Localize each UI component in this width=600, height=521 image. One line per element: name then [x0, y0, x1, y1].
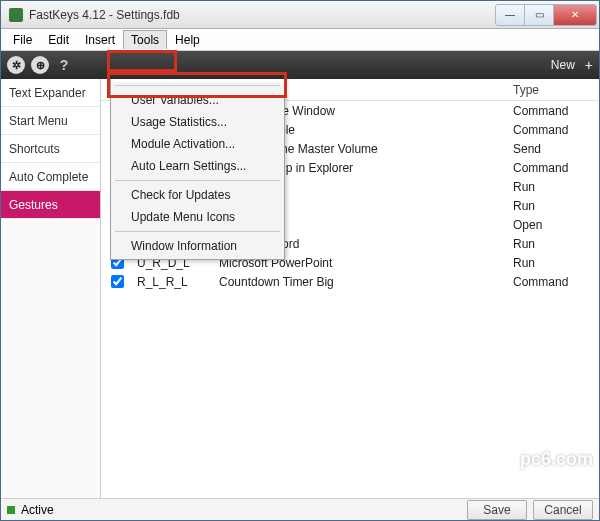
col-type[interactable]: Type [509, 83, 599, 97]
dropdown-check-updates[interactable]: Check for Updates [113, 184, 282, 206]
dropdown-window-info[interactable]: Window Information [113, 235, 282, 257]
sidebar-label: Auto Complete [9, 170, 88, 184]
tools-dropdown: Preferences... User Variables... Usage S… [110, 79, 285, 260]
dropdown-preferences[interactable]: Preferences... [113, 79, 282, 82]
dropdown-separator [115, 85, 280, 86]
app-window: FastKeys 4.12 - Settings.fdb — ▭ ✕ File … [0, 0, 600, 521]
window-buttons: — ▭ ✕ [496, 4, 597, 26]
dropdown-auto-learn[interactable]: Auto Learn Settings... [113, 155, 282, 177]
sidebar-label: Text Expander [9, 86, 86, 100]
row-type: Command [509, 161, 599, 175]
row-type: Run [509, 256, 599, 270]
app-icon [9, 8, 23, 22]
dropdown-usage-statistics[interactable]: Usage Statistics... [113, 111, 282, 133]
row-type: Command [509, 123, 599, 137]
sidebar: Text Expander Start Menu Shortcuts Auto … [1, 79, 101, 498]
menubar: File Edit Insert Tools Help [1, 29, 599, 51]
statusbar: Active Save Cancel [1, 498, 599, 520]
maximize-button[interactable]: ▭ [524, 4, 554, 26]
status-indicator-icon [7, 506, 15, 514]
dropdown-module-activation[interactable]: Module Activation... [113, 133, 282, 155]
toolbar: ✲ ⊕ ? New + [1, 51, 599, 79]
row-type: Send [509, 142, 599, 156]
cancel-button[interactable]: Cancel [533, 500, 593, 520]
menu-file[interactable]: File [5, 30, 40, 50]
help-icon[interactable]: ? [55, 56, 73, 74]
sidebar-item-gestures[interactable]: Gestures [1, 191, 100, 219]
row-name: R_L_R_L [133, 275, 215, 289]
sidebar-item-text-expander[interactable]: Text Expander [1, 79, 100, 107]
sidebar-item-shortcuts[interactable]: Shortcuts [1, 135, 100, 163]
close-button[interactable]: ✕ [553, 4, 597, 26]
plus-icon[interactable]: + [585, 57, 593, 73]
menu-edit[interactable]: Edit [40, 30, 77, 50]
dropdown-user-variables[interactable]: User Variables... [113, 89, 282, 111]
save-button[interactable]: Save [467, 500, 527, 520]
dropdown-update-icons[interactable]: Update Menu Icons [113, 206, 282, 228]
menu-insert[interactable]: Insert [77, 30, 123, 50]
status-text: Active [21, 503, 54, 517]
new-button[interactable]: New [547, 58, 579, 72]
globe-icon[interactable]: ⊕ [31, 56, 49, 74]
row-type: Command [509, 104, 599, 118]
sidebar-label: Gestures [9, 198, 58, 212]
main-panel: scription Type nimize Active WindowComma… [101, 79, 599, 498]
gear-icon[interactable]: ✲ [7, 56, 25, 74]
row-type: Run [509, 199, 599, 213]
table-row[interactable]: R_L_R_LCountdown Timer BigCommand [101, 272, 599, 291]
sidebar-item-start-menu[interactable]: Start Menu [1, 107, 100, 135]
dropdown-separator [115, 180, 280, 181]
row-desc: Countdown Timer Big [215, 275, 509, 289]
titlebar: FastKeys 4.12 - Settings.fdb — ▭ ✕ [1, 1, 599, 29]
sidebar-label: Shortcuts [9, 142, 60, 156]
dropdown-separator [115, 231, 280, 232]
row-type: Command [509, 275, 599, 289]
window-title: FastKeys 4.12 - Settings.fdb [29, 8, 496, 22]
row-type: Open [509, 218, 599, 232]
minimize-button[interactable]: — [495, 4, 525, 26]
row-type: Run [509, 237, 599, 251]
row-type: Run [509, 180, 599, 194]
menu-help[interactable]: Help [167, 30, 208, 50]
sidebar-label: Start Menu [9, 114, 68, 128]
body: Text Expander Start Menu Shortcuts Auto … [1, 79, 599, 498]
sidebar-item-auto-complete[interactable]: Auto Complete [1, 163, 100, 191]
row-checkbox[interactable] [111, 275, 124, 288]
menu-tools[interactable]: Tools [123, 30, 167, 49]
